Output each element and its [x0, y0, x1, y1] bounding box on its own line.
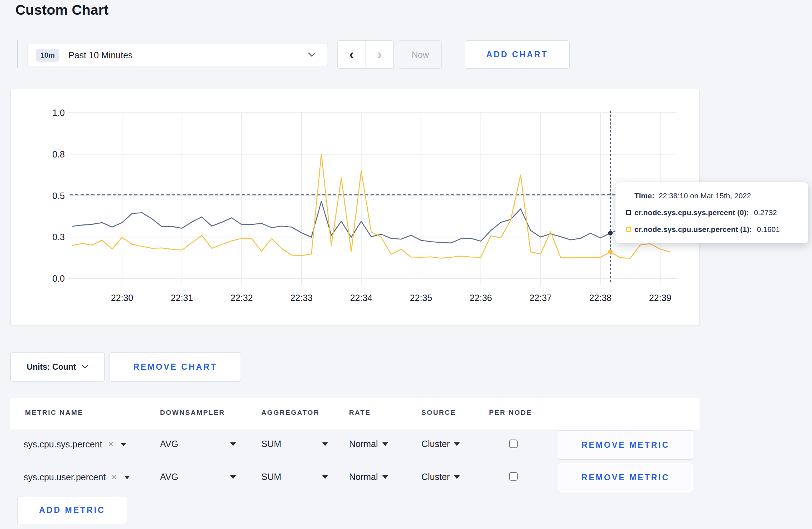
custom-chart-plot[interactable]: 0.00.30.50.81.022:3022:3122:3222:3322:34… [11, 89, 700, 325]
series-marker-icon [626, 227, 631, 232]
metric-name-value: sys.cpu.sys.percent [24, 439, 102, 450]
remove-chart-button[interactable]: REMOVE CHART [110, 352, 241, 382]
chevron-left-icon: ‹ [349, 47, 354, 62]
header-per-node: PER NODE [489, 409, 532, 417]
tooltip-series-value: 0.1601 [757, 225, 780, 234]
tooltip-series-value: 0.2732 [754, 208, 777, 217]
tooltip-time-row: Time: 22:38:10 on Mar 15th, 2022 [626, 187, 808, 204]
header-aggregator: AGGREGATOR [261, 409, 320, 417]
metric-name-dropdown[interactable]: sys.cpu.sys.percent × [24, 439, 126, 450]
toolbar-divider [17, 40, 18, 68]
series-marker-icon [626, 210, 631, 215]
aggregator-value: SUM [261, 439, 281, 449]
svg-text:0.0: 0.0 [52, 273, 65, 283]
chart-card: 0.00.30.50.81.022:3022:3122:3222:3322:34… [10, 89, 700, 325]
per-node-checkbox[interactable] [509, 472, 518, 481]
caret-down-icon [230, 475, 236, 479]
units-label: Units: Count [27, 362, 76, 372]
tooltip-series-label: cr.node.sys.cpu.user.percent (1): [634, 225, 752, 234]
remove-metric-button[interactable]: REMOVE METRIC [558, 430, 693, 460]
time-pager: ‹ › [337, 40, 394, 69]
caret-down-icon [382, 475, 388, 479]
tooltip-time-value: 22:38:10 on Mar 15th, 2022 [659, 191, 751, 200]
header-downsampler: DOWNSAMPLER [160, 409, 225, 417]
svg-text:22:30: 22:30 [111, 293, 134, 303]
downsampler-dropdown[interactable]: AVG [160, 472, 236, 482]
aggregator-dropdown[interactable]: SUM [261, 472, 328, 482]
per-node-checkbox[interactable] [509, 440, 518, 448]
svg-text:0.3: 0.3 [52, 232, 65, 242]
svg-text:22:32: 22:32 [231, 293, 253, 303]
svg-text:22:38: 22:38 [589, 293, 612, 303]
caret-down-icon [230, 442, 236, 446]
svg-text:22:36: 22:36 [470, 293, 492, 303]
chevron-down-icon [82, 365, 88, 369]
source-dropdown[interactable]: Cluster [421, 439, 460, 449]
downsampler-value: AVG [160, 439, 178, 449]
time-range-badge: 10m [36, 49, 59, 62]
header-rate: RATE [349, 409, 371, 417]
rate-dropdown[interactable]: Normal [349, 472, 388, 482]
tooltip-series-row: cr.node.sys.cpu.user.percent (1): 0.1601 [626, 221, 808, 238]
caret-down-icon [454, 442, 460, 446]
svg-text:22:34: 22:34 [350, 293, 373, 303]
time-range-label: Past 10 Minutes [68, 50, 132, 60]
svg-text:0.5: 0.5 [52, 191, 65, 201]
caret-down-icon [121, 443, 126, 446]
header-source: SOURCE [421, 409, 456, 417]
time-range-selector[interactable]: 10m Past 10 Minutes [28, 44, 328, 67]
source-value: Cluster [421, 439, 450, 449]
chart-tooltip: Time: 22:38:10 on Mar 15th, 2022 cr.node… [615, 182, 808, 243]
source-dropdown[interactable]: Cluster [421, 472, 460, 482]
metric-name-dropdown[interactable]: sys.cpu.user.percent × [24, 472, 130, 483]
source-value: Cluster [421, 472, 450, 482]
downsampler-value: AVG [160, 472, 178, 482]
svg-text:22:39: 22:39 [649, 293, 672, 303]
page-title: Custom Chart [15, 2, 108, 18]
rate-dropdown[interactable]: Normal [349, 439, 388, 449]
rate-value: Normal [349, 472, 378, 482]
caret-down-icon [454, 475, 460, 479]
svg-text:22:35: 22:35 [410, 293, 432, 303]
metric-name-value: sys.cpu.user.percent [24, 472, 106, 482]
caret-down-icon [322, 442, 328, 446]
add-chart-button[interactable]: ADD CHART [465, 40, 570, 69]
prev-time-button[interactable]: ‹ [338, 41, 366, 68]
remove-selection-icon[interactable]: × [111, 472, 117, 483]
tooltip-time-label: Time: [634, 191, 654, 200]
rate-value: Normal [349, 439, 378, 449]
aggregator-value: SUM [261, 472, 281, 482]
tooltip-series-label: cr.node.sys.cpu.sys.percent (0): [634, 208, 749, 217]
svg-text:0.8: 0.8 [52, 149, 65, 159]
header-metric-name: METRIC NAME [25, 409, 83, 417]
caret-down-icon [382, 442, 388, 446]
chevron-right-icon: › [377, 47, 382, 62]
svg-text:22:37: 22:37 [530, 293, 552, 303]
downsampler-dropdown[interactable]: AVG [160, 439, 236, 449]
next-time-button[interactable]: › [366, 41, 394, 68]
now-button[interactable]: Now [399, 40, 442, 69]
svg-text:22:33: 22:33 [290, 293, 313, 303]
remove-metric-button[interactable]: REMOVE METRIC [558, 463, 693, 492]
svg-text:22:31: 22:31 [171, 293, 193, 303]
remove-selection-icon[interactable]: × [108, 439, 114, 450]
svg-text:1.0: 1.0 [52, 108, 65, 118]
tooltip-series-row: cr.node.sys.cpu.sys.percent (0): 0.2732 [626, 204, 808, 221]
aggregator-dropdown[interactable]: SUM [261, 439, 328, 449]
add-metric-button[interactable]: ADD METRIC [17, 496, 127, 524]
caret-down-icon [322, 475, 328, 479]
units-dropdown[interactable]: Units: Count [10, 352, 105, 382]
chevron-down-icon [308, 52, 316, 59]
caret-down-icon [124, 476, 130, 479]
